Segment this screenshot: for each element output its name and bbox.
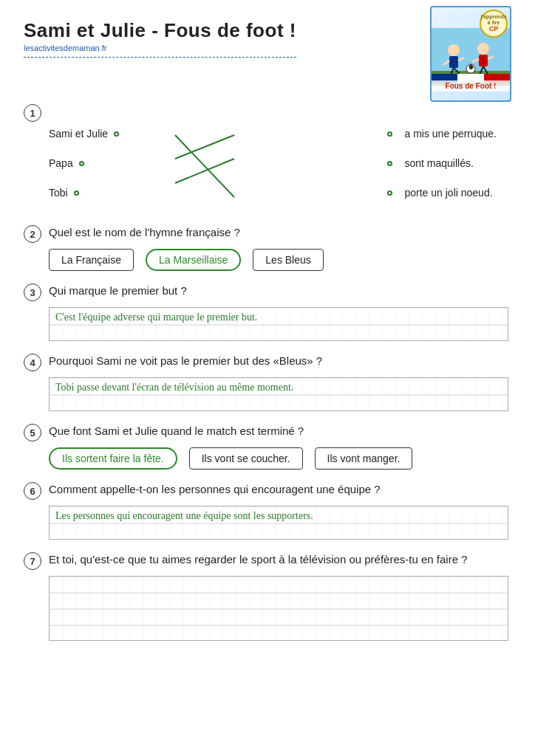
svg-point-8 xyxy=(477,43,489,55)
q3-grid xyxy=(50,308,508,342)
q3-answer-box: C'est l'équipe adverse qui marque le pre… xyxy=(49,307,508,341)
match-left-0: Sami et Julie xyxy=(49,128,119,140)
book-cover: j'apprends à lire CP xyxy=(430,6,511,102)
q6-grid xyxy=(50,506,508,540)
match-left-2: Tobi xyxy=(49,187,119,199)
question-7: 7 Et toi, qu'est-ce que tu aimes regarde… xyxy=(24,551,511,641)
q4-text: Pourquoi Sami ne voit pas le premier but… xyxy=(49,353,322,368)
svg-rect-3 xyxy=(449,56,458,68)
q7-number: 7 xyxy=(24,552,41,570)
q5-option-2[interactable]: Ils vont manger. xyxy=(315,447,413,470)
question-6: 6 Comment appelle-t-on les personnes qui… xyxy=(24,481,511,540)
question-1: 1 Sami et Julie Papa Tobi xyxy=(24,103,511,213)
q4-number: 4 xyxy=(24,354,41,371)
question-5: 5 Que font Sami et Julie quand le match … xyxy=(24,423,511,470)
q2-text: Quel est le nom de l'hymne française ? xyxy=(49,224,240,240)
q2-option-1[interactable]: La Marseillaise xyxy=(146,249,241,271)
q6-header: 6 Comment appelle-t-on les personnes qui… xyxy=(24,481,511,500)
match-right-0: a mis une perruque. xyxy=(387,128,497,140)
q4-header: 4 Pourquoi Sami ne voit pas le premier b… xyxy=(24,353,511,371)
matching-left: Sami et Julie Papa Tobi xyxy=(49,128,119,216)
q5-number: 5 xyxy=(24,424,41,441)
svg-line-15 xyxy=(175,135,234,197)
q2-header: 2 Quel est le nom de l'hymne française ? xyxy=(24,224,511,243)
svg-line-16 xyxy=(175,135,234,159)
q7-answer-box[interactable] xyxy=(49,576,508,641)
dot-right-0 xyxy=(387,131,392,137)
q5-options: Ils sortent faire la fête. Ils vont se c… xyxy=(49,447,511,470)
q5-option-0[interactable]: Ils sortent faire la fête. xyxy=(49,447,177,470)
dot-left-1 xyxy=(79,161,84,166)
q6-answer-box: Les personnes qui encouragent une équipe… xyxy=(49,506,508,540)
book-cover-title: Fous de Foot ! xyxy=(432,80,510,92)
q6-text: Comment appelle-t-on les personnes qui e… xyxy=(49,481,381,497)
match-right-1: sont maquillés. xyxy=(387,157,497,169)
title-area: Sami et Julie - Fous de foot ! lesactivi… xyxy=(24,13,296,66)
svg-line-17 xyxy=(175,159,234,183)
book-cover-inner: j'apprends à lire CP xyxy=(430,6,511,102)
page: Sami et Julie - Fous de foot ! lesactivi… xyxy=(0,0,535,756)
question-2: 2 Quel est le nom de l'hymne française ?… xyxy=(24,224,511,271)
dot-left-2 xyxy=(74,190,79,196)
q3-text: Qui marque le premier but ? xyxy=(49,283,187,298)
q1-number: 1 xyxy=(24,104,41,122)
dot-left-0 xyxy=(114,131,119,137)
match-right-2: porte un joli noeud. xyxy=(387,187,497,199)
q3-number: 3 xyxy=(24,284,41,301)
q4-answer-box: Tobi passe devant l'écran de télévision … xyxy=(49,377,508,411)
book-badge: j'apprends à lire CP xyxy=(480,10,508,38)
svg-rect-9 xyxy=(479,55,488,66)
matching-area: Sami et Julie Papa Tobi xyxy=(49,128,511,213)
matching-right: a mis une perruque. sont maquillés. port… xyxy=(387,128,497,216)
q1-header: 1 xyxy=(24,103,511,122)
q5-option-1[interactable]: Ils vont se coucher. xyxy=(189,447,303,470)
dot-right-1 xyxy=(387,161,392,166)
q4-grid xyxy=(50,378,508,412)
main-title: Sami et Julie - Fous de foot ! xyxy=(24,19,296,42)
q5-text: Que font Sami et Julie quand le match es… xyxy=(49,423,304,439)
q6-number: 6 xyxy=(24,482,41,500)
svg-point-2 xyxy=(448,44,460,56)
question-4: 4 Pourquoi Sami ne voit pas le premier b… xyxy=(24,353,511,411)
q2-number: 2 xyxy=(24,225,41,243)
q2-option-0[interactable]: La Française xyxy=(49,249,134,271)
q7-text: Et toi, qu'est-ce que tu aimes regarder … xyxy=(49,551,468,567)
match-left-1: Papa xyxy=(49,157,119,169)
q2-options: La Française La Marseillaise Les Bleus xyxy=(49,249,511,271)
q5-header: 5 Que font Sami et Julie quand le match … xyxy=(24,423,511,441)
q2-option-2[interactable]: Les Bleus xyxy=(253,249,323,271)
website-link[interactable]: lesactivitesdemaman.fr xyxy=(24,44,296,58)
question-3: 3 Qui marque le premier but ? C'est l'éq… xyxy=(24,283,511,341)
q7-header: 7 Et toi, qu'est-ce que tu aimes regarde… xyxy=(24,551,511,570)
q3-header: 3 Qui marque le premier but ? xyxy=(24,283,511,301)
dot-right-2 xyxy=(387,190,392,196)
header-area: Sami et Julie - Fous de foot ! lesactivi… xyxy=(24,13,511,102)
q7-grid xyxy=(50,577,508,642)
